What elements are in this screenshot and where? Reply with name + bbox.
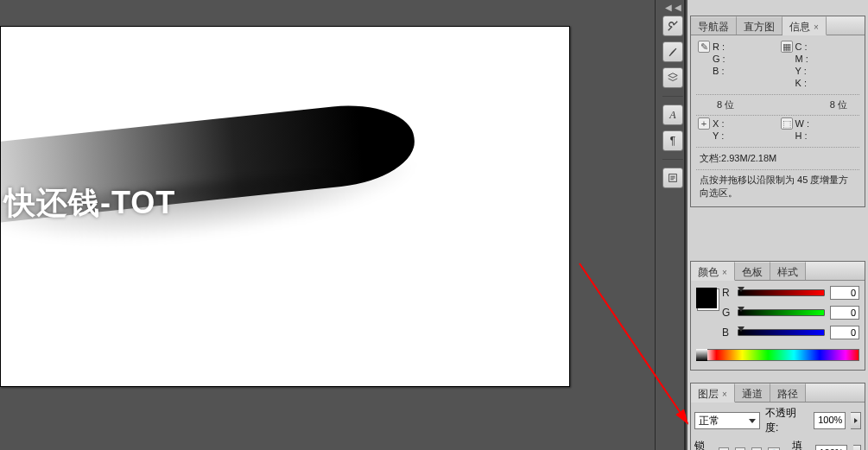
info-panel: 导航器 直方图 信息× ✎ R : G : B : ▦ C : [690,16,865,207]
foreground-color-swatch[interactable] [696,288,717,308]
blend-mode-dropdown[interactable]: 正常 [694,412,760,429]
fill-slider-button[interactable] [853,445,861,450]
layers-panel-tabbar: 图层× 通道 路径 [691,383,865,402]
info-x: X : [713,117,745,130]
canvas[interactable]: 快还钱-TOT [1,27,569,386]
color-panel: 颜色× 色板 样式 R 0 G 0 [690,261,865,371]
info-r: R : [713,41,745,53]
cmyk-icon: ▦ [781,41,793,53]
slider-r[interactable] [738,288,825,297]
blend-mode-value: 正常 [699,414,719,428]
color-panel-tabbar: 颜色× 色板 样式 [691,262,865,281]
info-bitdepth-left: 8 位 [717,98,734,111]
slider-label-r: R [722,287,732,299]
opacity-value[interactable]: 100% [814,412,846,429]
info-m: M : [795,53,828,65]
tool-character-icon[interactable]: A [662,105,683,125]
info-h: H : [795,130,828,142]
tab-styles[interactable]: 样式 [770,262,806,280]
tab-color[interactable]: 颜色× [691,262,735,281]
tab-swatches[interactable]: 色板 [735,262,770,280]
workspace-area: 快还钱-TOT [0,0,573,450]
tab-layers[interactable]: 图层× [691,383,735,402]
value-r[interactable]: 0 [830,286,859,300]
collapse-icon[interactable]: ◀◀ [665,3,684,12]
lock-position-icon[interactable]: ✥ [751,447,762,451]
color-spectrum-bar[interactable] [696,349,859,361]
lock-all-icon[interactable]: 🔒 [768,447,780,451]
lock-label: 锁定: [694,439,713,450]
chevron-down-icon [749,419,756,423]
slider-label-g: G [722,307,732,319]
info-panel-tabbar: 导航器 直方图 信息× [691,16,865,35]
crosshair-icon: + [698,117,710,130]
info-w: W : [795,117,828,130]
slider-b[interactable] [738,328,825,337]
tab-layers-label: 图层 [698,388,719,400]
info-g: G : [713,53,745,65]
tool-paragraph-icon[interactable]: ¶ [662,130,683,151]
fill-label: 填充: [792,439,810,450]
document-window[interactable]: 快还钱-TOT [0,26,570,387]
right-panel-dock: 导航器 直方图 信息× ✎ R : G : B : ▦ C : [687,0,868,450]
lock-transparent-icon[interactable]: ▧ [719,447,729,451]
tool-brush-icon[interactable] [662,41,683,62]
tool-layers-icon[interactable] [662,67,683,88]
tab-channels[interactable]: 通道 [735,383,770,402]
document-size-info: 文档:2.93M/2.18M [696,148,859,170]
info-k: K : [795,77,828,89]
eyedropper-icon: ✎ [698,41,710,53]
tab-histogram[interactable]: 直方图 [737,16,782,35]
slider-label-b: B [722,326,732,339]
dimension-icon: ⬚ [781,117,793,130]
info-c: C : [795,41,828,53]
fill-value[interactable]: 100% [815,445,846,450]
tab-info[interactable]: 信息× [782,16,827,35]
opacity-slider-button[interactable] [851,412,861,429]
tool-wrench-icon[interactable] [662,16,683,36]
tab-info-label: 信息 [789,21,810,33]
opacity-label: 不透明度: [765,406,808,435]
close-icon[interactable]: × [814,22,819,32]
tab-navigator[interactable]: 导航器 [691,16,737,35]
lock-paint-icon[interactable]: ✎ [735,447,745,451]
tab-color-label: 颜色 [698,266,719,278]
chevron-right-icon [854,418,858,423]
close-icon[interactable]: × [722,390,727,399]
value-b[interactable]: 0 [830,326,859,339]
info-y2: Y : [713,130,745,142]
tab-paths[interactable]: 路径 [770,383,806,402]
close-icon[interactable]: × [722,268,727,277]
info-bitdepth-right: 8 位 [830,98,847,111]
slider-g[interactable] [738,308,825,317]
watermark-text: 快还钱-TOT [1,181,179,226]
info-y: Y : [795,65,828,77]
info-b: B : [713,65,745,77]
tool-hint-text: 点按并拖移以沿限制为 45 度增量方向选区。 [696,170,859,203]
tool-notes-icon[interactable] [662,168,683,188]
panel-shortcut-column: A ¶ [662,16,683,193]
value-g[interactable]: 0 [830,306,859,320]
layers-panel: 图层× 通道 路径 正常 不透明度: 100% 锁定: ▧ ✎ ✥ 🔒 填充: … [690,383,865,450]
